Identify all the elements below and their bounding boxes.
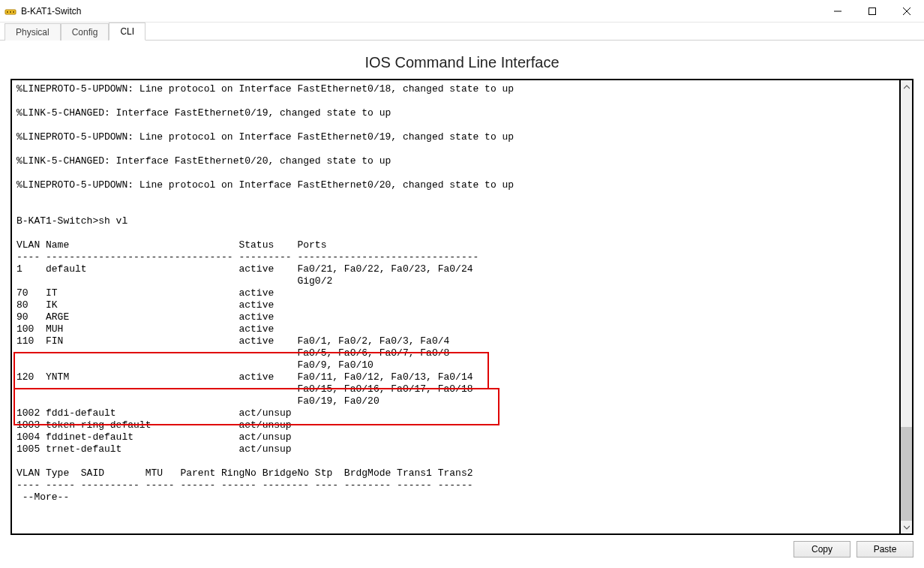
content-area: IOS Command Line Interface %LINEPROTO-5-… [0,41,924,568]
scroll-track[interactable] [901,93,912,521]
terminal-output[interactable]: %LINEPROTO-5-UPDOWN: Line protocol on In… [10,79,901,535]
scroll-down-arrow-icon[interactable] [901,521,912,533]
terminal-container: %LINEPROTO-5-UPDOWN: Line protocol on In… [10,79,914,535]
copy-button[interactable]: Copy [794,541,850,557]
minimize-button[interactable] [820,0,855,22]
scrollbar[interactable] [901,79,914,535]
maximize-button[interactable] [855,0,890,22]
buttons-row: Copy Paste [10,541,914,557]
highlight-box [14,352,489,389]
svg-rect-1 [7,11,8,13]
scroll-thumb[interactable] [901,427,912,521]
svg-rect-5 [869,8,876,14]
window-controls [820,0,924,22]
svg-rect-2 [10,11,11,13]
tab-cli[interactable]: CLI [109,23,146,41]
window-title: B-KAT1-Switch [21,6,81,17]
titlebar: B-KAT1-Switch [0,0,924,23]
highlight-box [14,388,500,425]
svg-rect-3 [13,11,14,13]
tab-config[interactable]: Config [61,23,110,41]
tab-physical[interactable]: Physical [4,23,61,41]
scroll-up-arrow-icon[interactable] [901,80,912,93]
cli-heading: IOS Command Line Interface [10,54,914,71]
close-button[interactable] [890,0,924,22]
paste-button[interactable]: Paste [856,541,914,557]
app-icon [4,5,16,17]
tabs-bar: Physical Config CLI [0,23,924,41]
